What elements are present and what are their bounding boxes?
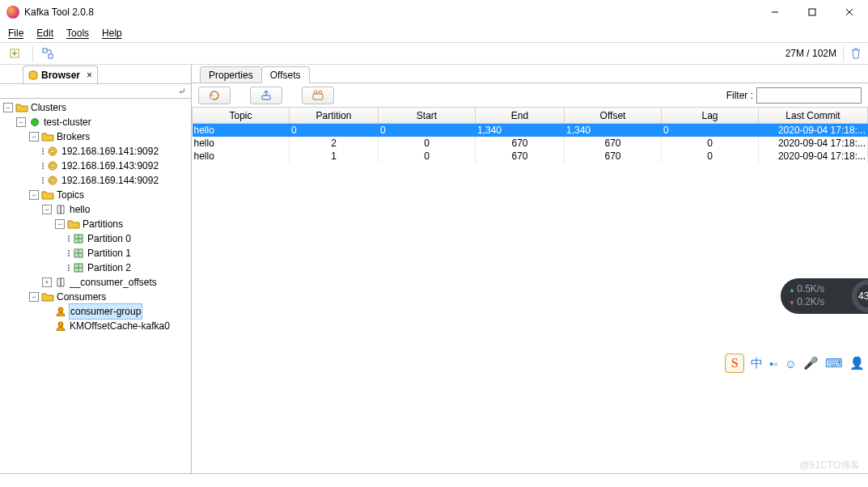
col-end: End [476, 108, 565, 124]
titlebar: Kafka Tool 2.0.8 [0, 0, 868, 24]
close-icon[interactable]: × [87, 70, 92, 81]
main-tabstrip: Properties Offsets [192, 65, 868, 83]
memory-label: 27M / 102M [782, 48, 840, 59]
gc-button[interactable] [847, 48, 865, 59]
node-topics[interactable]: − Topics [29, 188, 191, 202]
database-icon [28, 70, 38, 80]
browser-tab[interactable]: Browser × [23, 66, 98, 83]
node-clusters[interactable]: − Clusters [3, 100, 191, 115]
node-broker[interactable]: 192.168.169.141:9092 [42, 144, 159, 159]
table-row[interactable]: hello2067067002020-09-04 17:18:... [193, 137, 868, 150]
svg-rect-1 [809, 9, 815, 15]
toolbar-divider-2 [843, 45, 844, 61]
node-consumer[interactable]: +KMOffsetCache-kafka0 [42, 319, 171, 333]
col-start: Start [379, 108, 476, 124]
node-brokers[interactable]: − Brokers [29, 129, 191, 144]
node-partition[interactable]: Partition 2 [68, 260, 132, 275]
node-consumers[interactable]: − Consumers [29, 290, 191, 304]
node-partitions[interactable]: − Partitions [55, 217, 191, 231]
menu-help[interactable]: Help [102, 28, 122, 39]
svg-point-15 [51, 179, 54, 182]
svg-point-25 [58, 307, 63, 312]
browser-panel: Browser × ⤶ − Clusters [0, 65, 192, 473]
offsets-table[interactable]: Topic Partition Start End Offset Lag Las… [192, 107, 868, 163]
node-topic[interactable]: +__consumer_offsets [42, 275, 158, 290]
node-broker[interactable]: 192.168.169.143:9092 [42, 159, 159, 173]
refresh-button[interactable] [36, 44, 59, 62]
ime-keyboard-icon[interactable]: ⌨ [825, 356, 843, 371]
node-topic[interactable]: − hello [42, 202, 191, 217]
col-offset: Offset [565, 108, 662, 124]
browser-mini-toolbar: ⤶ [0, 84, 191, 99]
app-title: Kafka Tool 2.0.8 [24, 6, 94, 18]
download-rate: 0.2K/s [789, 296, 824, 309]
svg-point-30 [319, 91, 322, 94]
statusbar [0, 473, 868, 487]
ime-lang-icon[interactable]: 中 [751, 356, 763, 371]
table-row[interactable]: hello001,3401,34002020-09-04 17:18:... [193, 124, 868, 137]
watermark: @51CTO博客 [799, 459, 860, 472]
svg-rect-8 [49, 54, 53, 58]
ime-punct-icon[interactable]: •◦ [769, 357, 778, 371]
export-button[interactable] [250, 87, 282, 104]
node-broker[interactable]: 192.168.169.144:9092 [42, 173, 159, 188]
filter-label: Filter : [726, 90, 753, 101]
maximize-button[interactable] [794, 0, 831, 24]
toolbar-divider [32, 45, 33, 61]
tab-properties[interactable]: Properties [200, 66, 262, 83]
svg-point-13 [51, 164, 54, 167]
cluster-tree[interactable]: − Clusters − test-cluster [3, 100, 191, 333]
filter-input[interactable] [756, 87, 862, 104]
ime-user-icon[interactable]: 👤 [849, 356, 865, 371]
settings-button[interactable] [302, 87, 334, 104]
add-connection-button[interactable] [3, 44, 26, 62]
col-partition: Partition [290, 108, 379, 124]
col-topic: Topic [193, 108, 290, 124]
table-header[interactable]: Topic Partition Start End Offset Lag Las… [193, 108, 868, 124]
svg-rect-28 [313, 94, 323, 100]
node-consumer[interactable]: +consumer-group [42, 304, 142, 319]
ime-mic-icon[interactable]: 🎤 [803, 356, 819, 371]
cpu-ring: 43% [852, 280, 868, 312]
toolbar: 27M / 102M [0, 42, 868, 65]
node-partition[interactable]: Partition 0 [68, 231, 132, 246]
ime-emoji-icon[interactable]: ☺ [785, 357, 797, 371]
svg-point-11 [51, 150, 54, 153]
menubar: File Edit Tools Help [0, 24, 868, 42]
ime-logo-icon[interactable]: S [725, 354, 744, 373]
offsets-toolbar: Filter : [192, 83, 868, 107]
network-overlay-widget[interactable]: 0.5K/s 0.2K/s 43% [781, 278, 868, 314]
svg-point-29 [314, 91, 317, 94]
col-last-commit: Last Commit [759, 108, 868, 124]
svg-point-26 [58, 322, 63, 327]
menu-file[interactable]: File [8, 28, 23, 39]
refresh-offsets-button[interactable] [198, 87, 231, 104]
tab-offsets[interactable]: Offsets [261, 66, 310, 83]
menu-edit[interactable]: Edit [36, 28, 53, 39]
node-partition[interactable]: Partition 1 [68, 246, 132, 260]
main-panel: Properties Offsets Filter : Topic Partit… [192, 65, 868, 473]
close-button[interactable] [831, 0, 868, 24]
node-cluster[interactable]: − test-cluster [16, 115, 191, 129]
ime-toolbar[interactable]: S 中 •◦ ☺ 🎤 ⌨ 👤 [725, 354, 865, 373]
status-dot-icon [31, 118, 39, 126]
collapse-icon[interactable]: ⤶ [178, 86, 186, 97]
minimize-button[interactable] [756, 0, 794, 24]
window-controls [756, 0, 868, 24]
menu-tools[interactable]: Tools [66, 28, 89, 39]
browser-tabstrip: Browser × [0, 65, 191, 84]
svg-rect-27 [262, 95, 270, 100]
app-icon [6, 6, 19, 19]
upload-rate: 0.5K/s [789, 283, 824, 296]
browser-tab-label: Browser [41, 70, 80, 81]
svg-rect-7 [43, 49, 47, 53]
table-row[interactable]: hello1067067002020-09-04 17:18:... [193, 150, 868, 163]
col-lag: Lag [662, 108, 759, 124]
